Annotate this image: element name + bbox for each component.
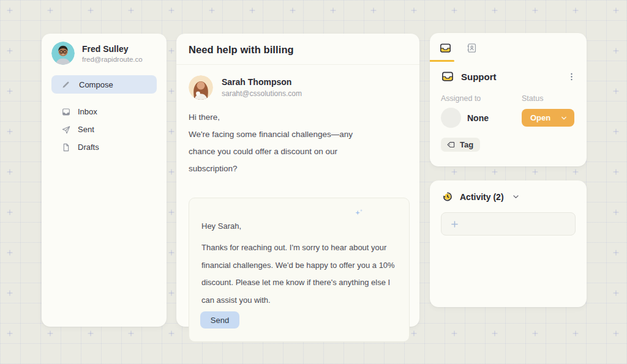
tab-contacts[interactable] xyxy=(466,42,478,54)
thread-title: Need help with billing xyxy=(189,44,407,56)
activity-panel: Activity (2) xyxy=(430,180,587,307)
mail-sidebar: Fred Sulley fred@rapidroute.co Compose I… xyxy=(42,34,167,327)
message-body: We're facing some financial challenges—a… xyxy=(189,126,381,177)
activity-title: Activity (2) xyxy=(460,192,504,202)
tag-button[interactable]: Tag xyxy=(441,138,480,152)
reply-greeting: Hey Sarah, xyxy=(201,218,397,235)
sidebar-item-drafts[interactable]: Drafts xyxy=(51,138,157,156)
ticket-details-panel: Support Assigned to None Status Open xyxy=(430,33,587,166)
status-field: Status Open xyxy=(522,94,576,128)
sparkles-icon xyxy=(353,207,365,219)
reply-draft[interactable]: Hey Sarah, Thanks for reaching out. I'm … xyxy=(189,198,410,342)
sidebar-item-inbox[interactable]: Inbox xyxy=(51,103,157,121)
unassigned-avatar xyxy=(441,108,461,128)
ticket-header: Support xyxy=(430,62,587,83)
tab-inbox[interactable] xyxy=(439,42,452,54)
user-meta: Fred Sulley fred@rapidroute.co xyxy=(82,44,143,63)
sidebar-item-label: Sent xyxy=(78,125,94,134)
tag-icon xyxy=(446,140,456,149)
inbox-tray-icon xyxy=(439,42,452,54)
assigned-field: Assigned to None xyxy=(441,94,522,128)
sidebar-item-label: Drafts xyxy=(78,143,99,152)
user-profile: Fred Sulley fred@rapidroute.co xyxy=(51,42,157,65)
chevron-down-icon xyxy=(560,114,568,122)
kebab-menu-icon[interactable] xyxy=(565,70,578,83)
paper-plane-icon xyxy=(61,125,71,135)
divider xyxy=(176,64,419,65)
status-label: Status xyxy=(522,94,576,103)
send-button[interactable]: Send xyxy=(200,311,239,329)
user-avatar xyxy=(51,42,75,65)
ticket-title: Support xyxy=(461,72,565,82)
ticket-fields: Assigned to None Status Open xyxy=(430,83,587,128)
status-value: Open xyxy=(530,113,560,122)
plus-icon xyxy=(449,219,460,229)
support-tray-icon xyxy=(441,70,454,83)
compose-label: Compose xyxy=(79,80,113,89)
sender-avatar xyxy=(189,75,213,100)
assigned-label: Assigned to xyxy=(441,94,522,103)
add-activity-button[interactable] xyxy=(441,212,576,236)
sidebar-item-label: Inbox xyxy=(78,107,97,116)
chevron-down-icon[interactable] xyxy=(511,192,520,201)
user-email: fred@rapidroute.co xyxy=(82,56,143,63)
sender-row: Sarah Thompson saraht@cssolutions.com xyxy=(189,75,407,100)
app-canvas: Fred Sulley fred@rapidroute.co Compose I… xyxy=(0,0,627,364)
compose-button[interactable]: Compose xyxy=(51,75,157,94)
sender-meta: Sarah Thompson saraht@cssolutions.com xyxy=(222,77,302,98)
contacts-icon xyxy=(466,42,478,54)
user-name: Fred Sulley xyxy=(82,44,143,54)
history-clock-icon xyxy=(441,190,454,203)
pencil-icon xyxy=(61,80,70,89)
sender-name: Sarah Thompson xyxy=(222,77,302,87)
details-tabs xyxy=(430,33,587,54)
sidebar-item-sent[interactable]: Sent xyxy=(51,121,157,138)
inbox-icon xyxy=(61,107,71,117)
reply-body: Thanks for reaching out. I'm sorry to he… xyxy=(201,239,397,309)
activity-header[interactable]: Activity (2) xyxy=(441,190,576,203)
sender-email: saraht@cssolutions.com xyxy=(222,89,302,98)
thread-panel: Need help with billing Sarah Thompson xyxy=(176,34,419,327)
status-dropdown[interactable]: Open xyxy=(522,109,574,127)
assignee-selector[interactable]: None xyxy=(441,108,522,128)
mail-folders: Inbox Sent Drafts xyxy=(51,103,157,156)
document-icon xyxy=(61,143,71,152)
message-greeting: Hi there, xyxy=(189,109,407,126)
tag-label: Tag xyxy=(460,140,473,149)
assigned-value: None xyxy=(467,113,489,123)
